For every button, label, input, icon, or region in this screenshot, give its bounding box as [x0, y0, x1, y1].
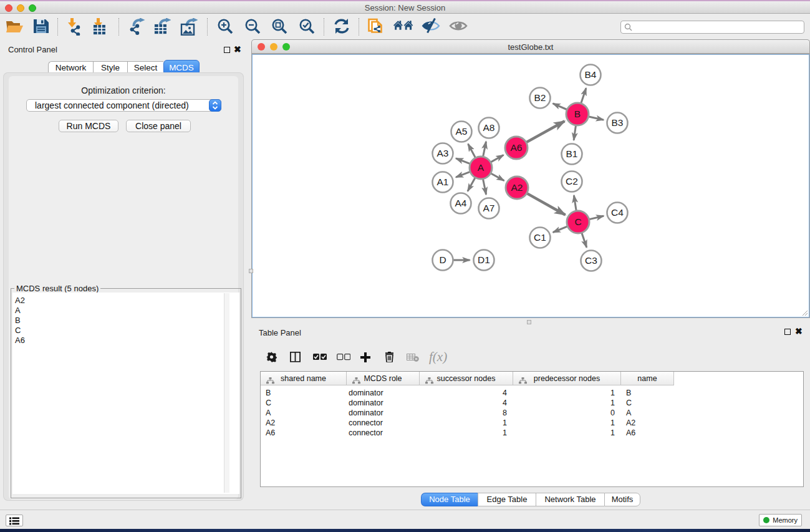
svg-text:B1: B1	[566, 148, 578, 159]
svg-text:B2: B2	[534, 92, 546, 103]
svg-text:A: A	[478, 162, 485, 173]
svg-text:A7: A7	[483, 203, 495, 213]
svg-text:C3: C3	[585, 255, 597, 266]
svg-text:C1: C1	[534, 232, 546, 243]
svg-text:A4: A4	[455, 198, 467, 208]
svg-text:A2: A2	[511, 182, 523, 193]
svg-text:B4: B4	[585, 69, 597, 80]
svg-text:A3: A3	[437, 148, 449, 158]
svg-text:A1: A1	[437, 177, 449, 187]
svg-text:A8: A8	[483, 122, 495, 133]
svg-text:A6: A6	[511, 142, 523, 153]
svg-text:D1: D1	[478, 254, 490, 265]
svg-text:D: D	[439, 254, 446, 265]
svg-text:C: C	[574, 216, 581, 227]
svg-text:A5: A5	[456, 126, 468, 137]
svg-text:B: B	[574, 109, 581, 119]
svg-text:C4: C4	[611, 207, 624, 218]
svg-text:C2: C2	[566, 176, 578, 186]
svg-text:B3: B3	[612, 117, 624, 128]
